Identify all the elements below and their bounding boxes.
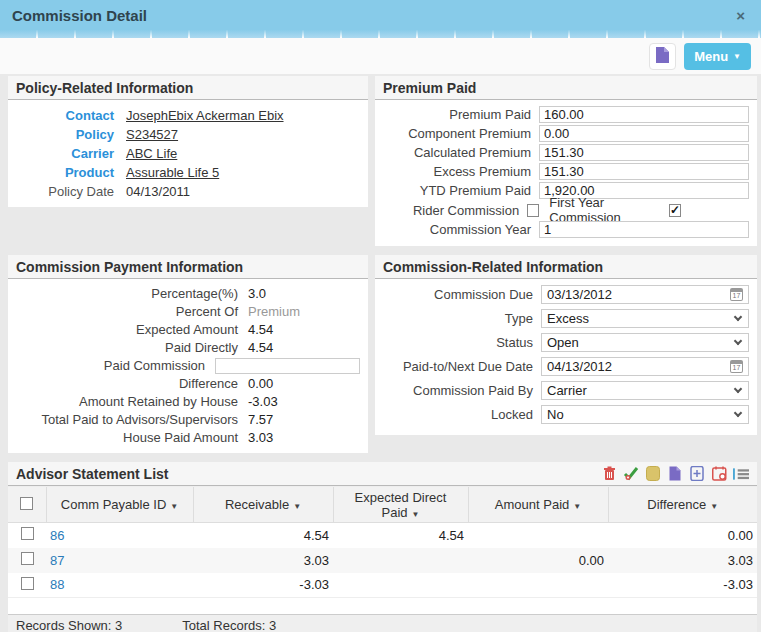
close-icon[interactable]: × <box>732 7 749 24</box>
policy-date-value: 04/13/2011 <box>126 184 190 199</box>
table-row: 86 4.54 4.54 0.00 <box>8 523 757 548</box>
delete-icon[interactable] <box>601 466 617 482</box>
row-checkbox[interactable] <box>21 552 34 565</box>
type-select[interactable]: Excess <box>541 309 749 328</box>
expected-amount-label: Expected Amount <box>16 322 238 337</box>
filter-icon[interactable]: ▼ <box>573 502 581 511</box>
commission-paid-by-value: Carrier <box>547 383 735 398</box>
policy-row-product: Product Assurable Life 5 <box>16 163 360 182</box>
calendar-audit-icon[interactable] <box>711 466 727 482</box>
policy-row-carrier: Carrier ABC Life <box>16 144 360 163</box>
select-all-checkbox[interactable] <box>20 497 33 510</box>
calculated-premium-input[interactable] <box>539 144 749 161</box>
note-button[interactable] <box>649 43 676 70</box>
calendar-icon[interactable]: 17 <box>730 288 743 301</box>
house-paid-amount-value: 3.03 <box>248 430 273 445</box>
difference-row: Difference 0.00 <box>16 375 360 392</box>
type-label: Type <box>383 311 533 326</box>
first-year-commission-checkbox[interactable]: ✓ <box>669 204 681 217</box>
total-records: Total Records: 3 <box>182 618 276 632</box>
locked-select[interactable]: No <box>541 405 749 424</box>
chevron-down-icon: ▼ <box>733 52 741 61</box>
advisor-toolbar <box>601 466 749 482</box>
commission-due-datefield[interactable]: 03/13/2012 17 <box>541 285 749 304</box>
component-premium-label: Component Premium <box>383 126 531 141</box>
table-footer: Records Shown: 3 Total Records: 3 <box>8 614 757 632</box>
receivable-value: -3.03 <box>193 573 333 598</box>
carrier-label-link[interactable]: Carrier <box>16 146 114 161</box>
contact-value-link[interactable]: JosephEbix Ackerman Ebix <box>126 108 284 123</box>
receivable-value: 3.03 <box>193 548 333 573</box>
house-paid-amount-row: House Paid Amount 3.03 <box>16 429 360 446</box>
contact-label-link[interactable]: Contact <box>16 108 114 123</box>
product-label-link[interactable]: Product <box>16 165 114 180</box>
table-row: 87 3.03 0.00 3.03 <box>8 548 757 573</box>
policy-row-policy: Policy S234527 <box>16 125 360 144</box>
type-row: Type Excess <box>383 309 749 328</box>
row-checkbox[interactable] <box>21 527 34 540</box>
excess-premium-row: Excess Premium <box>383 163 749 180</box>
filter-icon[interactable]: ▼ <box>293 502 301 511</box>
records-shown: Records Shown: 3 <box>16 618 122 632</box>
menu-button[interactable]: Menu ▼ <box>684 43 751 70</box>
filter-icon[interactable]: ▼ <box>412 510 420 519</box>
calendar-icon[interactable]: 17 <box>730 360 743 373</box>
note-icon[interactable] <box>645 466 661 482</box>
comm-payable-id-link[interactable]: 87 <box>46 548 193 573</box>
calculated-premium-row: Calculated Premium <box>383 144 749 161</box>
table-row: 88 -3.03 -3.03 <box>8 573 757 598</box>
commission-paid-by-row: Commission Paid By Carrier <box>383 381 749 400</box>
policy-value-link[interactable]: S234527 <box>126 127 178 142</box>
premium-paid-row: Premium Paid <box>383 106 749 123</box>
row-checkbox[interactable] <box>21 577 34 590</box>
difference-label: Difference <box>16 376 238 391</box>
document-icon[interactable] <box>667 466 683 482</box>
status-label: Status <box>383 335 533 350</box>
difference-value: -3.03 <box>608 573 757 598</box>
commission-payment-section: Commission Payment Information Percentag… <box>8 255 368 453</box>
commission-paid-by-label: Commission Paid By <box>383 383 533 398</box>
policy-row-contact: Contact JosephEbix Ackerman Ebix <box>16 106 360 125</box>
payment-section-title: Commission Payment Information <box>8 255 368 279</box>
filter-icon[interactable]: ▼ <box>170 502 178 511</box>
carrier-value-link[interactable]: ABC Life <box>126 146 177 161</box>
add-document-icon[interactable] <box>689 466 705 482</box>
paid-to-next-due-datefield[interactable]: 04/13/2012 17 <box>541 357 749 376</box>
col-expected-direct-paid: Expected Direct Paid▼ <box>333 487 468 523</box>
percent-of-label: Percent Of <box>16 304 238 319</box>
paid-to-next-due-label: Paid-to/Next Due Date <box>383 359 533 374</box>
product-value-link[interactable]: Assurable Life 5 <box>126 165 219 180</box>
status-select[interactable]: Open <box>541 333 749 352</box>
excess-premium-label: Excess Premium <box>383 164 531 179</box>
premium-paid-input[interactable] <box>539 106 749 123</box>
col-amount-paid: Amount Paid▼ <box>468 487 608 523</box>
premium-paid-section: Premium Paid Premium Paid Component Prem… <box>375 76 757 246</box>
rider-commission-checkbox[interactable] <box>527 204 539 217</box>
commission-year-input[interactable] <box>539 221 749 238</box>
paid-commission-input[interactable] <box>215 358 360 374</box>
component-premium-row: Component Premium <box>383 125 749 142</box>
policy-label-link[interactable]: Policy <box>16 127 114 142</box>
comm-payable-id-link[interactable]: 86 <box>46 523 193 548</box>
amount-retained-value: -3.03 <box>248 394 278 409</box>
commission-paid-by-select[interactable]: Carrier <box>541 381 749 400</box>
amount-paid-value <box>468 523 608 548</box>
expected-direct-paid-value <box>333 573 468 598</box>
component-premium-input[interactable] <box>539 125 749 142</box>
list-menu-icon[interactable] <box>733 466 749 482</box>
difference-value: 0.00 <box>608 523 757 548</box>
percent-of-row: Percent Of Premium <box>16 303 360 320</box>
difference-value: 0.00 <box>248 376 273 391</box>
expected-amount-value: 4.54 <box>248 322 273 337</box>
commission-due-value: 03/13/2012 <box>547 287 730 302</box>
dialog-content: Policy-Related Information Contact Josep… <box>0 74 761 632</box>
verify-icon[interactable] <box>623 466 639 482</box>
comm-payable-id-link[interactable]: 88 <box>46 573 193 598</box>
related-section-title: Commission-Related Information <box>375 255 757 279</box>
excess-premium-input[interactable] <box>539 163 749 180</box>
filter-icon[interactable]: ▼ <box>710 502 718 511</box>
col-comm-payable-id: Comm Payable ID▼ <box>46 487 193 523</box>
col-difference: Difference▼ <box>608 487 757 523</box>
chevron-down-icon <box>734 337 742 345</box>
col-receivable: Receivable▼ <box>193 487 333 523</box>
